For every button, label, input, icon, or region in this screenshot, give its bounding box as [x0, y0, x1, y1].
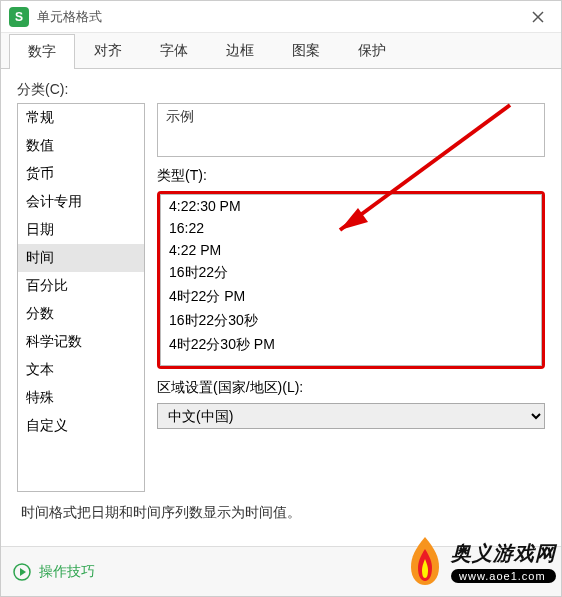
content-area: 分类(C): 常规数值货币会计专用日期时间百分比分数科学记数文本特殊自定义 示例…	[1, 69, 561, 546]
svg-marker-3	[20, 568, 26, 576]
type-list[interactable]: 4:22:30 PM16:224:22 PM16时22分4时22分 PM16时2…	[160, 194, 542, 366]
tab-1[interactable]: 对齐	[75, 33, 141, 68]
type-item[interactable]: 16时22分30秒	[161, 309, 541, 333]
type-item[interactable]: 16:22	[161, 217, 541, 239]
example-box: 示例	[157, 103, 545, 157]
category-list[interactable]: 常规数值货币会计专用日期时间百分比分数科学记数文本特殊自定义	[17, 103, 145, 492]
type-item[interactable]: 4:22:30 PM	[161, 195, 541, 217]
example-label: 示例	[166, 108, 194, 124]
category-item[interactable]: 时间	[18, 244, 144, 272]
category-item[interactable]: 会计专用	[18, 188, 144, 216]
titlebar: S 单元格格式	[1, 1, 561, 33]
type-item[interactable]: 4:22 PM	[161, 239, 541, 261]
category-item[interactable]: 文本	[18, 356, 144, 384]
type-item[interactable]: 4时22分30秒 PM	[161, 333, 541, 357]
category-item[interactable]: 日期	[18, 216, 144, 244]
app-icon: S	[9, 7, 29, 27]
tab-5[interactable]: 保护	[339, 33, 405, 68]
type-list-highlight: 4:22:30 PM16:224:22 PM16时22分4时22分 PM16时2…	[157, 191, 545, 369]
category-label: 分类(C):	[17, 81, 545, 99]
close-icon	[532, 11, 544, 23]
category-item[interactable]: 分数	[18, 300, 144, 328]
type-item[interactable]: 4时22分 PM	[161, 285, 541, 309]
tab-4[interactable]: 图案	[273, 33, 339, 68]
tab-2[interactable]: 字体	[141, 33, 207, 68]
category-item[interactable]: 货币	[18, 160, 144, 188]
description-text: 时间格式把日期和时间序列数显示为时间值。	[17, 492, 545, 534]
locale-select[interactable]: 中文(中国)	[157, 403, 545, 429]
type-label: 类型(T):	[157, 167, 545, 185]
category-item[interactable]: 百分比	[18, 272, 144, 300]
category-item[interactable]: 自定义	[18, 412, 144, 440]
tab-0[interactable]: 数字	[9, 34, 75, 69]
watermark-url: www.aoe1.com	[451, 569, 556, 583]
play-icon	[13, 563, 31, 581]
tab-3[interactable]: 边框	[207, 33, 273, 68]
category-item[interactable]: 常规	[18, 104, 144, 132]
locale-label: 区域设置(国家/地区)(L):	[157, 379, 545, 397]
category-item[interactable]: 数值	[18, 132, 144, 160]
window-title: 单元格格式	[37, 8, 523, 26]
tab-bar: 数字对齐字体边框图案保护	[1, 33, 561, 69]
type-item[interactable]: 16时22分	[161, 261, 541, 285]
tips-link[interactable]: 操作技巧	[39, 563, 95, 581]
watermark: 奥义游戏网 www.aoe1.com	[403, 535, 556, 587]
close-button[interactable]	[523, 2, 553, 32]
flame-icon	[403, 535, 447, 587]
category-item[interactable]: 特殊	[18, 384, 144, 412]
category-item[interactable]: 科学记数	[18, 328, 144, 356]
watermark-site-name: 奥义游戏网	[451, 540, 556, 567]
